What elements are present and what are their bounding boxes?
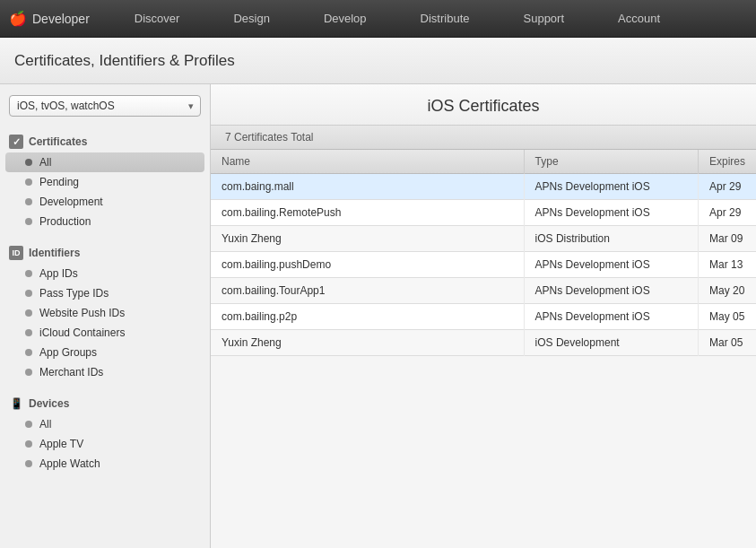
nav-item-account[interactable]: Account bbox=[591, 0, 687, 38]
bullet-all bbox=[25, 159, 32, 166]
sidebar-section-header-devices: 📱 Devices bbox=[0, 389, 210, 414]
col-header-name: Name bbox=[211, 150, 524, 174]
sidebar-section-identifiers: ID Identifiers App IDs Pass Type IDs Web… bbox=[0, 239, 210, 382]
main-layout: iOS, tvOS, watchOS macOS ✓ Certificates … bbox=[0, 84, 756, 548]
cert-count-label: 7 Certificates Total bbox=[225, 131, 314, 144]
table-header-row: Name Type Expires bbox=[211, 150, 756, 174]
dropdown-container: iOS, tvOS, watchOS macOS bbox=[9, 95, 201, 117]
sidebar-item-production-label: Production bbox=[39, 215, 91, 228]
bullet-icloud-containers bbox=[25, 329, 32, 336]
sidebar-item-all-devices[interactable]: All bbox=[0, 414, 210, 434]
cert-name: com.bailing.pushDemo bbox=[211, 252, 524, 278]
content-header: iOS Certificates bbox=[211, 84, 756, 126]
sidebar-item-pending-label: Pending bbox=[39, 176, 79, 188]
cert-type: APNs Development iOS bbox=[524, 278, 698, 304]
col-header-expires: Expires bbox=[698, 150, 756, 174]
nav-item-distribute[interactable]: Distribute bbox=[394, 0, 497, 38]
cert-count-bar: 7 Certificates Total bbox=[211, 126, 756, 150]
table-row[interactable]: com.bailing.RemotePushAPNs Development i… bbox=[211, 200, 756, 226]
sidebar-item-merchant-ids[interactable]: Merchant IDs bbox=[0, 362, 210, 382]
cert-expires: May 05 bbox=[698, 304, 756, 330]
table-row[interactable]: Yuxin ZhengiOS DistributionMar 09 bbox=[211, 226, 756, 252]
sidebar-item-icloud-containers[interactable]: iCloud Containers bbox=[0, 323, 210, 343]
cert-type: APNs Development iOS bbox=[524, 304, 698, 330]
certificates-icon: ✓ bbox=[9, 135, 23, 149]
cert-type: iOS Distribution bbox=[524, 226, 698, 252]
table-row[interactable]: Yuxin ZhengiOS DevelopmentMar 05 bbox=[211, 330, 756, 356]
page-title-bar: Certificates, Identifiers & Profiles bbox=[0, 38, 756, 84]
nav-item-support[interactable]: Support bbox=[497, 0, 592, 38]
sidebar-item-app-groups[interactable]: App Groups bbox=[0, 343, 210, 362]
identifiers-icon: ID bbox=[9, 246, 23, 260]
sidebar-item-website-push-ids[interactable]: Website Push IDs bbox=[0, 303, 210, 323]
certificates-table: Name Type Expires com.baing.mallAPNs Dev… bbox=[211, 150, 756, 356]
sidebar-item-apple-tv-label: Apple TV bbox=[39, 438, 83, 450]
sidebar-item-apple-watch[interactable]: Apple Watch bbox=[0, 454, 210, 474]
cert-expires: Mar 13 bbox=[698, 252, 756, 278]
sidebar-item-pass-type-ids[interactable]: Pass Type IDs bbox=[0, 283, 210, 303]
sidebar-item-pass-type-ids-label: Pass Type IDs bbox=[39, 287, 109, 300]
table-row[interactable]: com.baing.mallAPNs Development iOSApr 29 bbox=[211, 174, 756, 200]
cert-expires: Apr 29 bbox=[698, 200, 756, 226]
devices-section-label: Devices bbox=[29, 397, 69, 410]
bullet-apple-watch bbox=[25, 460, 32, 467]
nav-items-container: Discover Design Develop Distribute Suppo… bbox=[108, 0, 747, 38]
bullet-app-ids bbox=[25, 270, 32, 277]
sidebar-item-apple-watch-label: Apple Watch bbox=[39, 457, 100, 470]
cert-type: APNs Development iOS bbox=[524, 252, 698, 278]
bullet-pass-type-ids bbox=[25, 290, 32, 297]
sidebar-item-app-groups-label: App Groups bbox=[39, 346, 97, 359]
sidebar-item-app-ids-label: App IDs bbox=[39, 267, 78, 280]
sidebar-item-all[interactable]: All bbox=[5, 152, 204, 172]
nav-item-discover[interactable]: Discover bbox=[108, 0, 207, 38]
sidebar-section-header-certificates: ✓ Certificates bbox=[0, 127, 210, 152]
platform-select[interactable]: iOS, tvOS, watchOS macOS bbox=[9, 95, 201, 117]
cert-name: Yuxin Zheng bbox=[211, 330, 524, 356]
cert-name: com.bailing.p2p bbox=[211, 304, 524, 330]
bullet-production bbox=[25, 218, 32, 225]
sidebar-item-website-push-ids-label: Website Push IDs bbox=[39, 307, 125, 319]
sidebar-item-production[interactable]: Production bbox=[0, 212, 210, 231]
app-name-label: Developer bbox=[32, 12, 90, 26]
platform-dropdown-wrapper: iOS, tvOS, watchOS macOS bbox=[9, 95, 201, 117]
sidebar-item-merchant-ids-label: Merchant IDs bbox=[39, 366, 103, 378]
sidebar-item-apple-tv[interactable]: Apple TV bbox=[0, 434, 210, 454]
sidebar-item-all-label: All bbox=[39, 156, 51, 169]
sidebar-item-development[interactable]: Development bbox=[0, 192, 210, 212]
sidebar-item-all-devices-label: All bbox=[39, 418, 51, 431]
bullet-development bbox=[25, 198, 32, 205]
cert-type: APNs Development iOS bbox=[524, 174, 698, 200]
cert-table-body: com.baing.mallAPNs Development iOSApr 29… bbox=[211, 174, 756, 356]
identifiers-section-label: Identifiers bbox=[29, 247, 80, 259]
sidebar-section-header-identifiers: ID Identifiers bbox=[0, 239, 210, 264]
bullet-merchant-ids bbox=[25, 369, 32, 376]
bullet-apple-tv bbox=[25, 440, 32, 448]
sidebar-item-development-label: Development bbox=[39, 196, 103, 208]
table-row[interactable]: com.bailing.TourApp1APNs Development iOS… bbox=[211, 278, 756, 304]
top-navigation: 🍎 Developer Discover Design Develop Dist… bbox=[0, 0, 756, 38]
sidebar-item-app-ids[interactable]: App IDs bbox=[0, 264, 210, 283]
table-row[interactable]: com.bailing.pushDemoAPNs Development iOS… bbox=[211, 252, 756, 278]
bullet-pending bbox=[25, 178, 32, 186]
col-header-type: Type bbox=[524, 150, 698, 174]
cert-expires: Apr 29 bbox=[698, 174, 756, 200]
table-area: 7 Certificates Total Name Type Expires c… bbox=[211, 126, 756, 548]
sidebar-item-pending[interactable]: Pending bbox=[0, 172, 210, 192]
cert-name: com.bailing.RemotePush bbox=[211, 200, 524, 226]
nav-item-design[interactable]: Design bbox=[206, 0, 296, 38]
cert-expires: Mar 05 bbox=[698, 330, 756, 356]
sidebar-section-certificates: ✓ Certificates All Pending Development P… bbox=[0, 127, 210, 231]
apple-logo-icon: 🍎 bbox=[9, 10, 27, 27]
sidebar: iOS, tvOS, watchOS macOS ✓ Certificates … bbox=[0, 84, 211, 548]
nav-item-develop[interactable]: Develop bbox=[297, 0, 394, 38]
bullet-website-push-ids bbox=[25, 309, 32, 317]
cert-name: com.baing.mall bbox=[211, 174, 524, 200]
cert-name: Yuxin Zheng bbox=[211, 226, 524, 252]
devices-icon: 📱 bbox=[9, 396, 23, 411]
content-title: iOS Certificates bbox=[211, 97, 756, 116]
bullet-all-devices bbox=[25, 421, 32, 428]
cert-expires: May 20 bbox=[698, 278, 756, 304]
cert-type: iOS Development bbox=[524, 330, 698, 356]
table-row[interactable]: com.bailing.p2pAPNs Development iOSMay 0… bbox=[211, 304, 756, 330]
cert-type: APNs Development iOS bbox=[524, 200, 698, 226]
